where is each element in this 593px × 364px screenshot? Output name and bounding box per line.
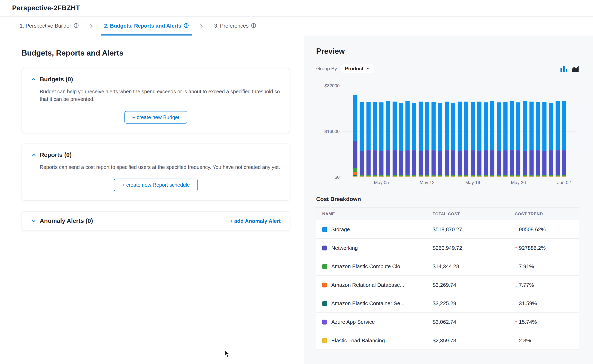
chart-bar[interactable] — [360, 102, 364, 177]
chart-bar[interactable] — [386, 101, 390, 177]
chart-bar[interactable] — [451, 103, 455, 177]
chart-bar-segment — [549, 177, 553, 177]
chart-bar[interactable] — [464, 102, 468, 177]
chart-bar[interactable] — [477, 102, 481, 177]
x-axis-label: Jun 02 — [557, 180, 571, 185]
y-axis-label: $16000 — [316, 129, 340, 134]
tab-preferences[interactable]: 3. Preferences — [211, 17, 259, 35]
chart-bar-segment — [510, 150, 514, 175]
tab-budgets-reports-alerts[interactable]: 2. Budgets, Reports and Alerts — [101, 17, 192, 35]
info-icon[interactable] — [74, 23, 79, 28]
name-cell: Amazon Relational Database... — [316, 282, 426, 288]
budgets-card-header[interactable]: Budgets (0) — [31, 76, 281, 83]
chart-bar[interactable] — [510, 101, 514, 177]
chart-bar[interactable] — [425, 102, 429, 177]
chart-bar[interactable] — [412, 103, 416, 177]
chart-bar[interactable] — [438, 103, 442, 177]
total-cost-cell: $3,269.74 — [426, 282, 509, 288]
chart-bar-segment — [542, 177, 546, 177]
table-row: Storage$518,870.27↑90508.62% — [316, 220, 579, 239]
area-chart-icon[interactable] — [572, 65, 579, 72]
total-cost-cell: $3,062.74 — [426, 319, 509, 325]
chart-bar[interactable] — [445, 102, 449, 177]
chart-bar-segment — [490, 150, 494, 175]
table-header-row: NAME TOTAL COST COST TREND — [316, 207, 579, 220]
chart-bar[interactable] — [373, 102, 377, 177]
chart-bar[interactable] — [555, 101, 560, 177]
chart-bar-segment — [471, 177, 475, 177]
trend-down-icon: ↓ — [515, 282, 517, 288]
name-cell: Networking — [316, 245, 426, 251]
info-icon[interactable] — [184, 23, 189, 28]
chart-bar[interactable] — [458, 102, 462, 177]
chart-bar-segment — [393, 102, 396, 150]
chart-bar[interactable] — [503, 102, 507, 177]
chart-bar-segment — [399, 103, 403, 150]
cost-trend-cell: ↑927886.2% — [509, 245, 579, 251]
chevron-up-icon[interactable] — [31, 152, 36, 157]
table-row: Amazon Elastic Container Se...$3,225.29↑… — [316, 294, 579, 313]
column-chart-icon[interactable] — [560, 65, 568, 72]
chart-bar-segment — [464, 177, 468, 177]
chart-bar-segment — [555, 101, 560, 150]
tab-perspective-builder[interactable]: 1. Perspective Builder — [17, 17, 82, 35]
chart-bar-segment — [451, 103, 455, 150]
trend-percent: 927886.2% — [519, 245, 546, 251]
chart-bar[interactable] — [562, 101, 566, 177]
chart-bar-segment — [516, 177, 520, 177]
chart-bar[interactable] — [490, 101, 494, 177]
budgets-reports-alerts-pane: Budgets, Reports and Alerts Budgets (0) … — [0, 36, 304, 364]
anomaly-card-header[interactable]: Anomaly Alerts (0) — [31, 218, 93, 224]
series-color-swatch — [322, 319, 327, 324]
chart-bar-segment — [366, 150, 370, 175]
chart-bar-segment — [523, 101, 527, 151]
chart-bar[interactable] — [406, 101, 410, 177]
trend-percent: 31.59% — [519, 300, 537, 306]
cost-trend-cell: ↓2.8% — [509, 338, 579, 344]
chart-bar[interactable] — [529, 102, 533, 177]
preview-controls: Group By Product — [316, 64, 579, 73]
chart-bar[interactable] — [366, 102, 370, 177]
cost-trend-cell: ↑90508.62% — [509, 226, 579, 233]
chart-bar[interactable] — [432, 102, 436, 177]
anomaly-card-title: Anomaly Alerts (0) — [40, 218, 93, 224]
trend-percent: 7.77% — [519, 282, 534, 288]
chart-bar[interactable] — [353, 95, 357, 177]
add-anomaly-alert-link[interactable]: + add Anomaly Alert — [230, 218, 280, 224]
chart-bar[interactable] — [418, 102, 422, 177]
total-cost-cell: $3,225.29 — [426, 300, 509, 306]
chart-bar[interactable] — [523, 101, 527, 177]
chart-bar[interactable] — [516, 102, 520, 177]
chart-bar-segment — [412, 103, 416, 150]
series-color-swatch — [322, 338, 327, 343]
reports-card-header[interactable]: Reports (0) — [31, 151, 281, 158]
chart-bar-segment — [360, 177, 364, 177]
chevron-down-icon — [366, 67, 370, 71]
chart-bar-segment — [445, 177, 449, 177]
chart-bar[interactable] — [393, 102, 396, 177]
chart-bar[interactable] — [399, 103, 403, 177]
chart-bar-segment — [418, 177, 422, 177]
chart-bar-segment — [458, 150, 462, 175]
tab-label: 3. Preferences — [214, 22, 248, 29]
chevron-up-icon[interactable] — [31, 77, 36, 82]
chart-bar[interactable] — [536, 102, 540, 177]
chart-bar[interactable] — [379, 102, 383, 177]
chart-bar-segment — [379, 102, 383, 150]
chart-bar[interactable] — [484, 103, 488, 177]
chart-bar-segment — [432, 102, 436, 150]
info-icon[interactable] — [251, 23, 256, 28]
chart-bar[interactable] — [497, 102, 501, 177]
chart-bar[interactable] — [542, 102, 546, 177]
create-budget-button[interactable]: + create new Budget — [124, 111, 187, 123]
budgets-card: Budgets (0) Budget can help you receive … — [21, 68, 290, 133]
chart-bar-segment — [523, 177, 527, 177]
chart-bar[interactable] — [471, 102, 475, 177]
preview-pane: Preview Group By Product $32000 — [304, 36, 593, 364]
chart-bar[interactable] — [549, 103, 553, 177]
chevron-down-icon[interactable] — [31, 218, 36, 224]
group-by-select[interactable]: Product — [341, 64, 374, 73]
create-report-schedule-button[interactable]: + create new Report schedule — [114, 179, 198, 191]
tab-label: 2. Budgets, Reports and Alerts — [104, 22, 181, 29]
table-row: Amazon Elastic Compute Clo...$14,344.28↓… — [316, 257, 579, 276]
